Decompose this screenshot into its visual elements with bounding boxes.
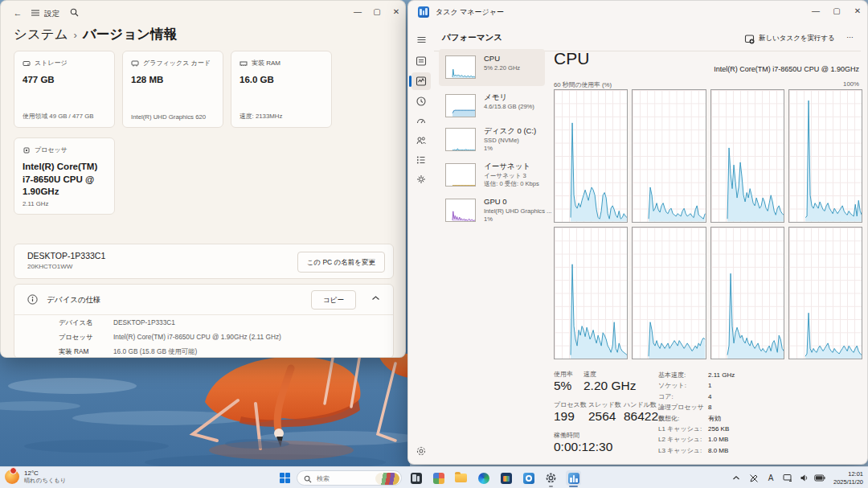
breadcrumb-system[interactable]: システム — [14, 27, 68, 41]
search-box[interactable] — [297, 470, 402, 486]
perf-item-cpu[interactable]: CPU 5% 2.20 GHz — [439, 49, 545, 86]
chevron-up-icon[interactable] — [371, 295, 380, 301]
pen-icon[interactable] — [747, 472, 760, 484]
usage-label: 使用率 — [554, 370, 573, 379]
chart-max-label: 100% — [843, 80, 859, 88]
threads-value: 2564 — [588, 409, 616, 424]
clock-date: 2025/11/20 — [833, 478, 863, 486]
memory-thumbnail-chart — [445, 94, 476, 117]
run-new-task-button[interactable]: 新しいタスクを実行する — [744, 31, 835, 46]
perf-item-disk[interactable]: ディスク 0 (C:) SSD (NVMe) 1% — [439, 121, 545, 157]
ram-detail: 速度: 2133MHz — [240, 112, 282, 121]
device-spec-title: デバイスの仕様 — [47, 295, 101, 306]
info-icon — [27, 294, 38, 305]
tab-details[interactable] — [411, 151, 431, 169]
battery-icon[interactable] — [813, 472, 826, 484]
taskmanager-app-icon — [418, 6, 429, 18]
display-cast-icon[interactable] — [781, 472, 794, 484]
taskbar-clock[interactable]: 12:01 2025/11/20 — [833, 470, 863, 486]
minimize-button[interactable]: — — [350, 6, 366, 19]
back-icon[interactable]: ← — [12, 8, 23, 19]
more-options-button[interactable]: … — [846, 31, 854, 39]
storage-card: ストレージ 477 GB 使用領域 49 GB / 477 GB — [14, 51, 115, 128]
storage-icon — [23, 59, 31, 68]
maximize-button[interactable]: ▢ — [369, 6, 385, 19]
cpu-core-chart-3 — [788, 89, 862, 223]
tab-performance[interactable] — [411, 72, 431, 90]
cpu-core-chart-6 — [710, 227, 784, 360]
tab-services[interactable] — [411, 170, 431, 188]
perf-item-memory[interactable]: メモリ 4.6/15.8 GB (29%) — [439, 88, 545, 121]
cpu-thumbnail-chart — [445, 55, 476, 79]
rename-pc-button[interactable]: この PC の名前を変更 — [297, 252, 385, 273]
device-spec-card: デバイスの仕様 コピー デバイス名DESKTOP-1P333C1 プロセッサIn… — [14, 284, 394, 358]
close-button[interactable]: ✕ — [388, 6, 404, 19]
spec-row-ram: 実装 RAM16.0 GB (15.8 GB 使用可能) — [14, 344, 393, 358]
perf-item-ethernet[interactable]: イーサネット イーサネット 3 送信: 0 受信: 0 Kbps — [439, 157, 545, 192]
cpu-right-stats: 基本速度:2.11 GHz ソケット:1 コア:4 論理プロセッサ数:8 仮想化… — [658, 370, 735, 456]
taskview-button[interactable] — [408, 470, 424, 486]
weather-icon — [5, 470, 19, 484]
gpu-thumbnail-chart — [445, 199, 476, 222]
stat-base-speed: 基本速度:2.11 GHz — [658, 370, 735, 380]
start-button[interactable] — [277, 470, 293, 486]
file-explorer-button[interactable] — [453, 470, 469, 486]
graphics-detail: Intel(R) UHD Graphics 620 — [131, 113, 206, 121]
taskmanager-window: タスク マネージャー — ▢ ✕ パフォーマンス 新しいタスクを実行する … C… — [407, 0, 868, 465]
graphics-card: グラフィックス カード 128 MB Intel(R) UHD Graphics… — [122, 51, 223, 128]
spec-row-processor: プロセッサIntel(R) Core(TM) i7-8650U CPU @ 1.… — [14, 330, 393, 344]
tm-close-button[interactable]: ✕ — [850, 5, 866, 18]
taskbar: 12°C 晴れのちくもり A 12:01 2025/11/20 — [0, 466, 868, 488]
ethernet-thumbnail-chart — [445, 163, 476, 187]
desktop: ← 設定 — ▢ ✕ システム›バージョン情報 ストレージ 477 GB 使用領… — [0, 0, 868, 488]
settings-app-title: 設定 — [44, 9, 59, 19]
processor-detail: 2.11 GHz — [23, 200, 48, 207]
tm-minimize-button[interactable]: — — [808, 5, 824, 18]
search-input[interactable] — [317, 473, 373, 484]
settings-titlebar: ← 設定 — ▢ ✕ — [1, 1, 405, 25]
cpu-icon — [23, 146, 31, 154]
volume-icon[interactable] — [797, 472, 810, 484]
spec-row-device-name: デバイス名DESKTOP-1P333C1 — [14, 315, 393, 330]
device-spec-rows: デバイス名DESKTOP-1P333C1 プロセッサIntel(R) Core(… — [14, 314, 393, 358]
tab-processes[interactable] — [411, 52, 431, 70]
tab-app-history[interactable] — [411, 92, 431, 110]
processes-value: 199 — [554, 409, 575, 424]
search-highlight-image[interactable] — [375, 473, 399, 485]
cpu-core-chart-5 — [632, 227, 706, 360]
perf-item-gpu[interactable]: GPU 0 Intel(R) UHD Graphics ... 1% — [439, 192, 545, 228]
search-icon[interactable] — [68, 8, 80, 19]
settings-taskbar-button[interactable] — [543, 470, 559, 486]
ram-value: 16.0 GB — [240, 74, 323, 87]
tab-users[interactable] — [411, 132, 431, 150]
stat-l3-cache: L3 キャッシュ:8.0 MB — [658, 445, 735, 456]
storage-detail: 使用領域 49 GB / 477 GB — [23, 112, 93, 121]
tm-nav-menu-icon[interactable] — [411, 31, 431, 48]
uptime-value: 0:00:12:30 — [554, 440, 612, 454]
stat-logical-processors: 論理プロセッサ数:8 — [658, 402, 735, 412]
store-icon — [501, 473, 512, 484]
tab-startup-apps[interactable] — [411, 113, 431, 130]
disk-thumbnail-chart — [445, 128, 476, 151]
tray-chevron-up-icon[interactable] — [730, 472, 743, 484]
ime-mode-indicator[interactable]: A — [764, 472, 777, 484]
tm-maximize-button[interactable]: ▢ — [829, 5, 845, 18]
settings-window: ← 設定 — ▢ ✕ システム›バージョン情報 ストレージ 477 GB 使用領… — [0, 0, 406, 358]
taskmanager-taskbar-button[interactable] — [566, 470, 581, 486]
tm-settings-gear-icon[interactable] — [411, 442, 431, 460]
photos-icon — [433, 473, 444, 484]
photos-button[interactable] — [431, 470, 446, 486]
page-title: バージョン情報 — [83, 27, 177, 41]
cpu-core-chart-7 — [788, 227, 862, 360]
outlook-button[interactable] — [521, 470, 536, 486]
store-button[interactable] — [498, 470, 514, 486]
weather-widget[interactable]: 12°C 晴れのちくもり — [5, 470, 66, 484]
edge-button[interactable] — [476, 470, 491, 486]
speed-label: 速度 — [583, 370, 596, 379]
copy-button[interactable]: コピー — [311, 290, 356, 310]
explorer-icon — [455, 474, 467, 482]
nav-menu-icon[interactable] — [30, 8, 41, 19]
ram-card: 実装 RAM 16.0 GB 速度: 2133MHz — [231, 51, 332, 128]
cpu-core-chart-0 — [554, 89, 628, 223]
stat-l2-cache: L2 キャッシュ:1.0 MB — [658, 434, 735, 445]
